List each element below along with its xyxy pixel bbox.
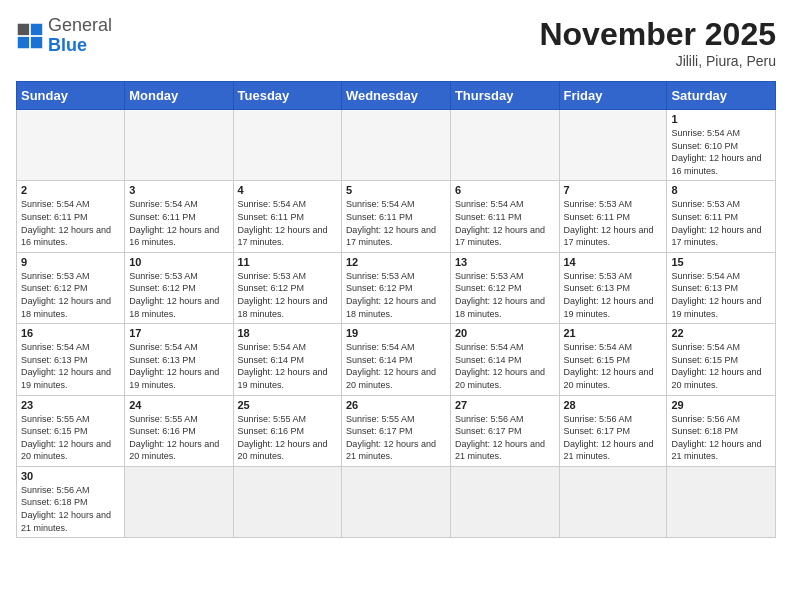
day-info: Sunrise: 5:54 AMSunset: 6:13 PMDaylight:… <box>671 270 771 320</box>
table-row: 13Sunrise: 5:53 AMSunset: 6:12 PMDayligh… <box>450 252 559 323</box>
day-number: 18 <box>238 327 337 339</box>
table-row <box>341 110 450 181</box>
day-info: Sunrise: 5:54 AMSunset: 6:15 PMDaylight:… <box>564 341 663 391</box>
table-row: 6Sunrise: 5:54 AMSunset: 6:11 PMDaylight… <box>450 181 559 252</box>
header-sunday: Sunday <box>17 82 125 110</box>
table-row: 10Sunrise: 5:53 AMSunset: 6:12 PMDayligh… <box>125 252 233 323</box>
table-row <box>233 110 341 181</box>
calendar-table: Sunday Monday Tuesday Wednesday Thursday… <box>16 81 776 538</box>
header-tuesday: Tuesday <box>233 82 341 110</box>
day-info: Sunrise: 5:55 AMSunset: 6:15 PMDaylight:… <box>21 413 120 463</box>
day-info: Sunrise: 5:54 AMSunset: 6:13 PMDaylight:… <box>129 341 228 391</box>
calendar-row: 23Sunrise: 5:55 AMSunset: 6:15 PMDayligh… <box>17 395 776 466</box>
day-number: 19 <box>346 327 446 339</box>
table-row <box>341 466 450 537</box>
day-info: Sunrise: 5:53 AMSunset: 6:12 PMDaylight:… <box>21 270 120 320</box>
day-info: Sunrise: 5:56 AMSunset: 6:18 PMDaylight:… <box>671 413 771 463</box>
table-row <box>450 110 559 181</box>
table-row: 24Sunrise: 5:55 AMSunset: 6:16 PMDayligh… <box>125 395 233 466</box>
day-number: 4 <box>238 184 337 196</box>
day-number: 24 <box>129 399 228 411</box>
table-row: 27Sunrise: 5:56 AMSunset: 6:17 PMDayligh… <box>450 395 559 466</box>
table-row: 18Sunrise: 5:54 AMSunset: 6:14 PMDayligh… <box>233 324 341 395</box>
calendar-row: 1Sunrise: 5:54 AMSunset: 6:10 PMDaylight… <box>17 110 776 181</box>
title-block: November 2025 Jilili, Piura, Peru <box>539 16 776 69</box>
header-friday: Friday <box>559 82 667 110</box>
day-number: 26 <box>346 399 446 411</box>
day-info: Sunrise: 5:55 AMSunset: 6:16 PMDaylight:… <box>238 413 337 463</box>
day-number: 28 <box>564 399 663 411</box>
table-row: 1Sunrise: 5:54 AMSunset: 6:10 PMDaylight… <box>667 110 776 181</box>
table-row: 14Sunrise: 5:53 AMSunset: 6:13 PMDayligh… <box>559 252 667 323</box>
day-info: Sunrise: 5:53 AMSunset: 6:11 PMDaylight:… <box>564 198 663 248</box>
table-row: 3Sunrise: 5:54 AMSunset: 6:11 PMDaylight… <box>125 181 233 252</box>
day-number: 9 <box>21 256 120 268</box>
day-number: 20 <box>455 327 555 339</box>
day-number: 13 <box>455 256 555 268</box>
day-number: 8 <box>671 184 771 196</box>
table-row <box>450 466 559 537</box>
day-info: Sunrise: 5:54 AMSunset: 6:11 PMDaylight:… <box>129 198 228 248</box>
day-info: Sunrise: 5:53 AMSunset: 6:12 PMDaylight:… <box>238 270 337 320</box>
location: Jilili, Piura, Peru <box>539 53 776 69</box>
table-row: 19Sunrise: 5:54 AMSunset: 6:14 PMDayligh… <box>341 324 450 395</box>
table-row: 21Sunrise: 5:54 AMSunset: 6:15 PMDayligh… <box>559 324 667 395</box>
logo-text: General Blue <box>48 16 112 56</box>
table-row: 8Sunrise: 5:53 AMSunset: 6:11 PMDaylight… <box>667 181 776 252</box>
header-monday: Monday <box>125 82 233 110</box>
day-info: Sunrise: 5:53 AMSunset: 6:11 PMDaylight:… <box>671 198 771 248</box>
day-number: 1 <box>671 113 771 125</box>
table-row: 29Sunrise: 5:56 AMSunset: 6:18 PMDayligh… <box>667 395 776 466</box>
day-number: 3 <box>129 184 228 196</box>
table-row: 22Sunrise: 5:54 AMSunset: 6:15 PMDayligh… <box>667 324 776 395</box>
table-row: 7Sunrise: 5:53 AMSunset: 6:11 PMDaylight… <box>559 181 667 252</box>
table-row: 12Sunrise: 5:53 AMSunset: 6:12 PMDayligh… <box>341 252 450 323</box>
day-number: 14 <box>564 256 663 268</box>
page-header: General Blue November 2025 Jilili, Piura… <box>16 16 776 69</box>
svg-rect-3 <box>31 37 42 48</box>
day-number: 6 <box>455 184 555 196</box>
day-number: 30 <box>21 470 120 482</box>
day-info: Sunrise: 5:55 AMSunset: 6:17 PMDaylight:… <box>346 413 446 463</box>
table-row: 23Sunrise: 5:55 AMSunset: 6:15 PMDayligh… <box>17 395 125 466</box>
logo: General Blue <box>16 16 112 56</box>
table-row: 26Sunrise: 5:55 AMSunset: 6:17 PMDayligh… <box>341 395 450 466</box>
table-row <box>125 110 233 181</box>
day-number: 16 <box>21 327 120 339</box>
logo-general: General <box>48 15 112 35</box>
table-row: 20Sunrise: 5:54 AMSunset: 6:14 PMDayligh… <box>450 324 559 395</box>
table-row <box>667 466 776 537</box>
day-info: Sunrise: 5:54 AMSunset: 6:14 PMDaylight:… <box>455 341 555 391</box>
logo-blue: Blue <box>48 35 87 55</box>
day-info: Sunrise: 5:54 AMSunset: 6:11 PMDaylight:… <box>455 198 555 248</box>
day-info: Sunrise: 5:54 AMSunset: 6:11 PMDaylight:… <box>21 198 120 248</box>
day-info: Sunrise: 5:54 AMSunset: 6:14 PMDaylight:… <box>238 341 337 391</box>
day-number: 15 <box>671 256 771 268</box>
table-row <box>17 110 125 181</box>
day-info: Sunrise: 5:54 AMSunset: 6:13 PMDaylight:… <box>21 341 120 391</box>
day-number: 17 <box>129 327 228 339</box>
day-info: Sunrise: 5:56 AMSunset: 6:17 PMDaylight:… <box>455 413 555 463</box>
day-number: 21 <box>564 327 663 339</box>
table-row <box>559 110 667 181</box>
day-info: Sunrise: 5:54 AMSunset: 6:10 PMDaylight:… <box>671 127 771 177</box>
table-row: 28Sunrise: 5:56 AMSunset: 6:17 PMDayligh… <box>559 395 667 466</box>
day-number: 10 <box>129 256 228 268</box>
table-row: 25Sunrise: 5:55 AMSunset: 6:16 PMDayligh… <box>233 395 341 466</box>
day-number: 11 <box>238 256 337 268</box>
table-row: 4Sunrise: 5:54 AMSunset: 6:11 PMDaylight… <box>233 181 341 252</box>
calendar-row: 16Sunrise: 5:54 AMSunset: 6:13 PMDayligh… <box>17 324 776 395</box>
day-info: Sunrise: 5:54 AMSunset: 6:15 PMDaylight:… <box>671 341 771 391</box>
day-number: 25 <box>238 399 337 411</box>
day-number: 2 <box>21 184 120 196</box>
day-info: Sunrise: 5:54 AMSunset: 6:11 PMDaylight:… <box>238 198 337 248</box>
logo-icon <box>16 22 44 50</box>
calendar-row: 2Sunrise: 5:54 AMSunset: 6:11 PMDaylight… <box>17 181 776 252</box>
table-row: 16Sunrise: 5:54 AMSunset: 6:13 PMDayligh… <box>17 324 125 395</box>
svg-rect-0 <box>18 24 29 35</box>
svg-rect-1 <box>31 24 42 35</box>
svg-rect-2 <box>18 37 29 48</box>
day-info: Sunrise: 5:53 AMSunset: 6:13 PMDaylight:… <box>564 270 663 320</box>
day-number: 5 <box>346 184 446 196</box>
day-number: 23 <box>21 399 120 411</box>
